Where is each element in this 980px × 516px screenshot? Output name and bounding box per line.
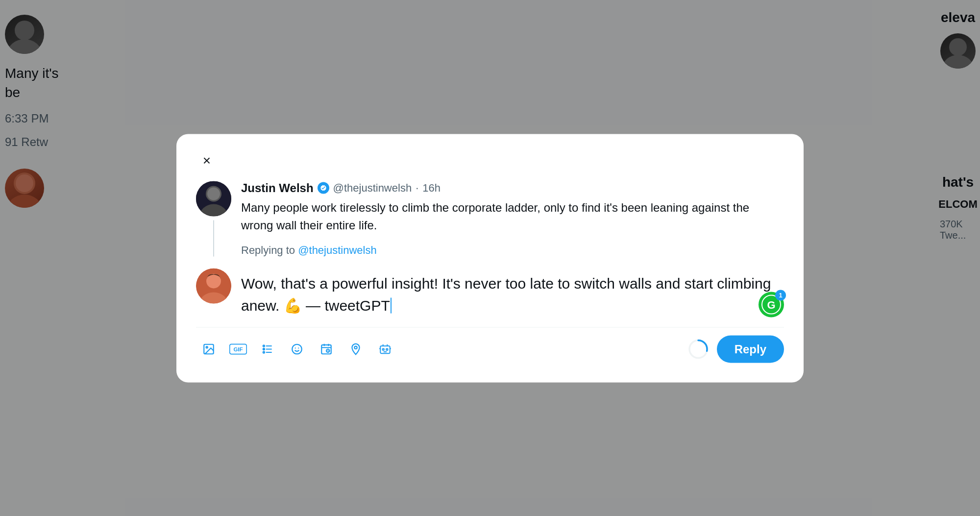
svg-point-10: [207, 187, 220, 200]
svg-text:GIF: GIF: [233, 346, 243, 352]
author-avatar: [196, 181, 231, 216]
svg-point-25: [263, 351, 265, 353]
toolbar-left: GIF: [196, 336, 398, 362]
reply-composer: Wow, that's a powerful insight! It's nev…: [196, 268, 784, 317]
poll-button[interactable]: [255, 336, 280, 362]
tweet-handle: @thejustinwelsh: [333, 181, 412, 194]
toolbar-right: Reply: [687, 335, 784, 363]
reply-text-content[interactable]: Wow, that's a powerful insight! It's nev…: [241, 268, 784, 317]
tweet-header: Justin Welsh @thejustinwelsh · 16h: [241, 181, 784, 195]
tweet-body: Justin Welsh @thejustinwelsh · 16h Many …: [241, 181, 784, 256]
replying-to: Replying to @thejustinwelsh: [241, 244, 784, 256]
text-cursor: [391, 297, 392, 313]
schedule-button[interactable]: [314, 336, 339, 362]
svg-point-29: [298, 347, 299, 348]
svg-rect-41: [383, 348, 384, 350]
original-tweet: Justin Welsh @thejustinwelsh · 16h Many …: [196, 181, 784, 256]
reply-input-area[interactable]: Wow, that's a powerful insight! It's nev…: [241, 268, 784, 317]
svg-point-23: [263, 348, 265, 349]
reply-avatar-column: [196, 268, 231, 317]
reply-modal: × Justin Welsh: [176, 134, 804, 382]
tweet-text: Many people work tirelessly to climb the…: [241, 198, 784, 234]
character-counter: [687, 338, 709, 360]
tweet-author: Justin Welsh: [241, 181, 314, 195]
tweet-time: 16h: [422, 181, 441, 194]
image-button[interactable]: [196, 336, 221, 362]
avatar-image-justin: [196, 181, 231, 216]
svg-point-18: [206, 346, 208, 348]
grammarly-notification: 1: [775, 290, 786, 300]
close-button[interactable]: ×: [196, 149, 218, 171]
svg-rect-42: [386, 348, 388, 350]
thread-line: [213, 220, 214, 256]
svg-point-21: [263, 345, 265, 346]
reply-avatar: [196, 268, 231, 303]
reply-avatar-image: [196, 268, 231, 303]
toolbar: GIF: [196, 327, 784, 363]
location-button[interactable]: [343, 336, 368, 362]
replying-to-link[interactable]: @thejustinwelsh: [298, 244, 377, 256]
svg-point-27: [292, 344, 302, 354]
more-button[interactable]: [372, 336, 398, 362]
tweet-dot: ·: [416, 181, 418, 194]
svg-text:G: G: [767, 298, 775, 311]
grammarly-badge[interactable]: G 1: [759, 292, 784, 317]
svg-point-28: [295, 347, 296, 348]
svg-point-37: [354, 346, 357, 348]
avatar-column: [196, 181, 231, 256]
verified-badge: [318, 182, 329, 194]
emoji-button[interactable]: [284, 336, 310, 362]
gif-button[interactable]: GIF: [225, 336, 251, 362]
reply-button[interactable]: Reply: [717, 335, 784, 363]
